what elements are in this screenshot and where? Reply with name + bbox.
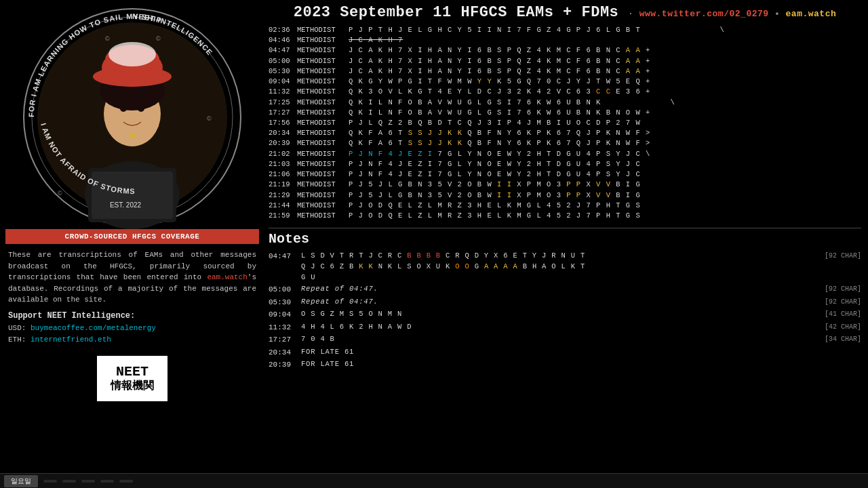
support-title: Support NEET Intelligence: (8, 311, 256, 321)
table-row: 17:25 METHODIST Q K I L N F O B A V W U … (269, 98, 861, 108)
bottom-tab-sunday[interactable]: 일요일 (4, 475, 38, 487)
notes-title: Notes (269, 231, 861, 247)
table-row: 11:32 METHODIST Q K 3 O V L K G T 4 E Y … (269, 87, 861, 97)
circle-text-svg: FOR I AM LEARNING HOW TO SAIL MY SHIP NE… (20, 5, 244, 229)
table-row: 21:06 METHODIST P J N F 4 J E Z I 7 G L … (269, 169, 861, 180)
svg-text:©: © (105, 35, 110, 42)
table-row: 17:27 METHODIST Q K I L N F O B A V W U … (269, 108, 861, 118)
table-row: 21:03 METHODIST P J N F 4 J E Z I 7 G L … (269, 159, 861, 169)
table-row: 21:29 METHODIST P J 5 J L G B N 3 5 V 2 … (269, 190, 861, 201)
table-row: 20:34 METHODIST Q K F A 6 T S S J J K K … (269, 128, 861, 138)
table-row: 04:46 METHODIST J C A K H 7 (269, 35, 861, 45)
bottom-tab-3[interactable] (62, 480, 76, 483)
table-row: 21:44 METHODIST P J O D Q E L Z L M R Z … (269, 201, 861, 211)
table-row: 17:56 METHODIST P J L Q Z 2 B Q B D T C … (269, 118, 861, 128)
table-row: 04:47 METHODIST J C A K H 7 X I H A N Y … (269, 45, 861, 56)
twitter-link[interactable]: www.twitter.com/02_0279 (639, 9, 769, 19)
svg-text:©: © (207, 115, 212, 122)
table-row: 02:36 METHODIST P J P T H J E L G H C Y … (269, 25, 861, 35)
table-row: 21:02 METHODIST P J N F 4 J E Z I 7 G L … (269, 149, 861, 159)
svg-point-16 (130, 133, 135, 138)
table-row: 05:00 METHODIST J C A K H 7 X I H A N Y … (269, 56, 861, 66)
notes-item: 20:34 FOR LATE 61 (269, 347, 861, 359)
svg-text:EST. 2022: EST. 2022 (110, 201, 142, 209)
svg-text:©: © (58, 190, 62, 197)
bottom-tab-5[interactable] (100, 480, 114, 483)
svg-rect-6 (92, 171, 173, 219)
notes-item: 11:32 4 H 4 L 6 K 2 H N A W D [42 CHAR] (269, 322, 861, 333)
eth-link[interactable]: internetfriend.eth (31, 336, 111, 344)
table-row: 21:19 METHODIST P J 5 J L G B N 3 5 V 2 … (269, 180, 861, 190)
main-title: 2023 September 11 HFGCS EAMs + FDMs · ww… (269, 4, 861, 21)
bmc-link[interactable]: buymeacoffee.com/metalenergy (31, 324, 156, 332)
bottom-tab-2[interactable] (43, 480, 57, 483)
usd-line: USD: buymeacoffee.com/metalenergy (8, 323, 256, 335)
notes-item: 09:04 O S G Z M S 5 O N M N [41 CHAR] (269, 309, 861, 321)
right-panel: 2023 September 11 HFGCS EAMs + FDMs · ww… (264, 0, 868, 488)
svg-text:©: © (156, 35, 161, 42)
bottom-tab-4[interactable] (81, 480, 95, 483)
table-row: 20:39 METHODIST Q K F A 6 T S S J J K K … (269, 138, 861, 148)
notes-item: 17:27 7 0 4 B [34 CHAR] (269, 334, 861, 346)
neet-logo: NEET 情報機関 (97, 356, 167, 401)
divider (269, 228, 861, 228)
description-text: These are transcriptions of EAMs and oth… (5, 249, 259, 306)
notes-section: Notes 04:47 L S D V T R T J C R C B B B … (269, 231, 861, 484)
notes-item: 05:30 Repeat of 04:47. [92 CHAR] (269, 297, 861, 308)
circle-container: FOR I AM LEARNING HOW TO SAIL MY SHIP NE… (20, 5, 244, 229)
left-panel: FOR I AM LEARNING HOW TO SAIL MY SHIP NE… (0, 0, 264, 488)
table-row: 09:04 METHODIST Q K G Y W P G I T F W M … (269, 77, 861, 87)
table-row: 21:59 METHODIST P J O D Q E L Z L M R Z … (269, 211, 861, 221)
notes-item: 05:00 Repeat of 04:47. [92 CHAR] (269, 284, 861, 296)
bottom-tab-6[interactable] (119, 480, 133, 483)
table-row: 05:30 METHODIST J C A K H 7 X I H A N Y … (269, 66, 861, 77)
crowd-sourced-banner: CROWD-SOURCED HFGCS COVERAGE (5, 229, 259, 244)
bottom-bar: 일요일 (0, 473, 868, 488)
eth-line: ETH: internetfriend.eth (8, 334, 256, 346)
notes-item: 04:47 L S D V T R T J C R C B B B B C R … (269, 251, 861, 283)
notes-item: 20:39 FOR LATE 61 (269, 359, 861, 371)
svg-point-15 (108, 42, 156, 66)
eam-watch-header-link[interactable]: eam.watch (786, 9, 837, 19)
eam-table: 02:36 METHODIST P J P T H J E L G H C Y … (269, 25, 861, 221)
eam-watch-link[interactable]: eam.watch (207, 273, 247, 281)
support-section: Support NEET Intelligence: USD: buymeaco… (5, 311, 259, 346)
